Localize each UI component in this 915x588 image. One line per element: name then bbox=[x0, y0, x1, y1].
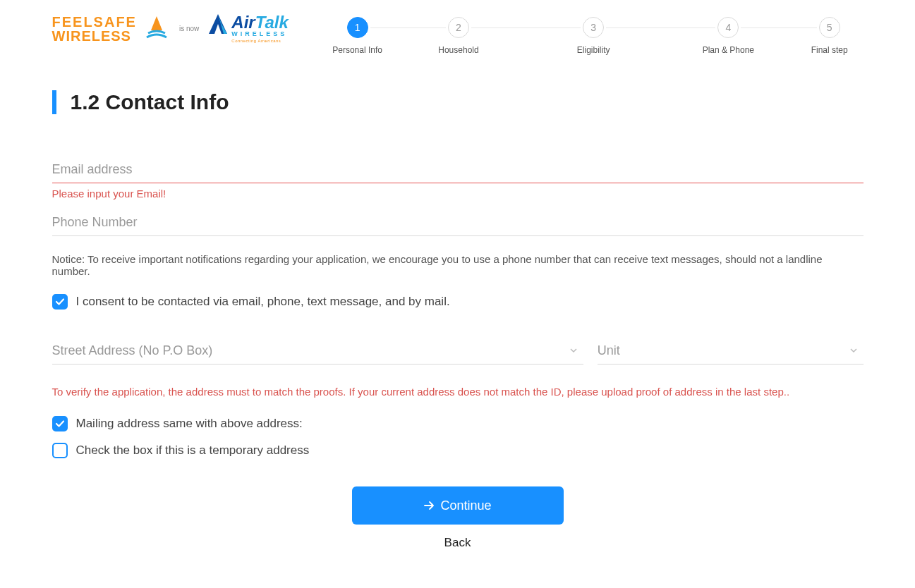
feelsafe-text-1: FEELSAFE bbox=[52, 15, 137, 29]
temp-address-label: Check the box if this is a temporary add… bbox=[76, 443, 310, 458]
step-5: 5Final step bbox=[796, 17, 864, 55]
address-warning: To verify the application, the address m… bbox=[52, 386, 864, 398]
step-circle: 1 bbox=[347, 17, 368, 38]
step-label: Eligibility bbox=[577, 45, 610, 55]
step-circle: 2 bbox=[448, 17, 469, 38]
check-icon bbox=[55, 297, 65, 307]
step-line bbox=[606, 27, 661, 28]
step-circle: 3 bbox=[583, 17, 604, 38]
step-label: Household bbox=[438, 45, 478, 55]
consent-row: I consent to be contacted via email, pho… bbox=[52, 294, 864, 310]
step-line bbox=[471, 27, 526, 28]
step-line bbox=[661, 27, 716, 28]
phone-row bbox=[52, 209, 864, 236]
step-3: 3Eligibility bbox=[526, 17, 661, 55]
step-line bbox=[526, 27, 581, 28]
step-4: 4Plan & Phone bbox=[661, 17, 796, 55]
airtalk-icon bbox=[207, 14, 229, 38]
mailing-same-label: Mailing address same with above address: bbox=[76, 417, 303, 431]
airtalk-sub: WIRELESS bbox=[231, 31, 288, 37]
email-row: Please input your Email! bbox=[52, 157, 864, 200]
section-title-bar: 1.2 Contact Info bbox=[52, 90, 864, 114]
phone-notice: Notice: To receive important notificatio… bbox=[52, 253, 864, 277]
step-2: 2Household bbox=[391, 17, 526, 55]
step-label: Final step bbox=[811, 45, 848, 55]
mailing-same-row: Mailing address same with above address: bbox=[52, 416, 864, 431]
action-row: Continue Back bbox=[52, 486, 864, 550]
mailing-same-checkbox[interactable] bbox=[52, 416, 68, 431]
back-button[interactable]: Back bbox=[444, 536, 471, 550]
email-error-msg: Please input your Email! bbox=[52, 188, 864, 200]
check-icon bbox=[55, 419, 65, 429]
airtalk-title: AirTalk bbox=[231, 14, 288, 31]
feelsafe-wifi-icon bbox=[143, 16, 171, 42]
street-address-input[interactable] bbox=[52, 338, 583, 365]
feelsafe-logo: FEELSAFE WIRELESS bbox=[52, 15, 137, 43]
temp-address-checkbox[interactable] bbox=[52, 443, 68, 458]
email-input[interactable] bbox=[52, 157, 864, 183]
header-row: FEELSAFE WIRELESS is now AirTalk WIRELES… bbox=[52, 14, 864, 55]
continue-button[interactable]: Continue bbox=[352, 486, 564, 525]
continue-label: Continue bbox=[440, 498, 491, 513]
step-line bbox=[391, 27, 446, 28]
consent-checkbox[interactable] bbox=[52, 294, 68, 310]
step-circle: 5 bbox=[819, 17, 840, 38]
step-line bbox=[796, 27, 817, 28]
step-line bbox=[741, 27, 796, 28]
step-circle: 4 bbox=[717, 17, 739, 38]
airtalk-logo: AirTalk WIRELESS Connecting Americans bbox=[207, 14, 288, 43]
airtalk-tag: Connecting Americans bbox=[231, 39, 288, 43]
arrow-right-icon bbox=[423, 500, 435, 511]
feelsafe-text-2: WIRELESS bbox=[52, 29, 137, 43]
temp-address-row: Check the box if this is a temporary add… bbox=[52, 443, 864, 458]
step-label: Personal Info bbox=[332, 45, 382, 55]
step-1: 1Personal Info bbox=[324, 17, 392, 55]
back-label: Back bbox=[444, 536, 471, 549]
logo-block: FEELSAFE WIRELESS is now AirTalk WIRELES… bbox=[52, 14, 289, 43]
unit-input[interactable] bbox=[598, 338, 864, 365]
step-label: Plan & Phone bbox=[703, 45, 754, 55]
is-now-text: is now bbox=[176, 25, 202, 32]
phone-input[interactable] bbox=[52, 209, 864, 236]
step-line bbox=[370, 27, 392, 28]
address-row bbox=[52, 338, 864, 365]
progress-stepper: 1Personal Info2Household3Eligibility4Pla… bbox=[324, 14, 864, 55]
section-title: 1.2 Contact Info bbox=[71, 90, 864, 114]
consent-label: I consent to be contacted via email, pho… bbox=[76, 295, 450, 309]
